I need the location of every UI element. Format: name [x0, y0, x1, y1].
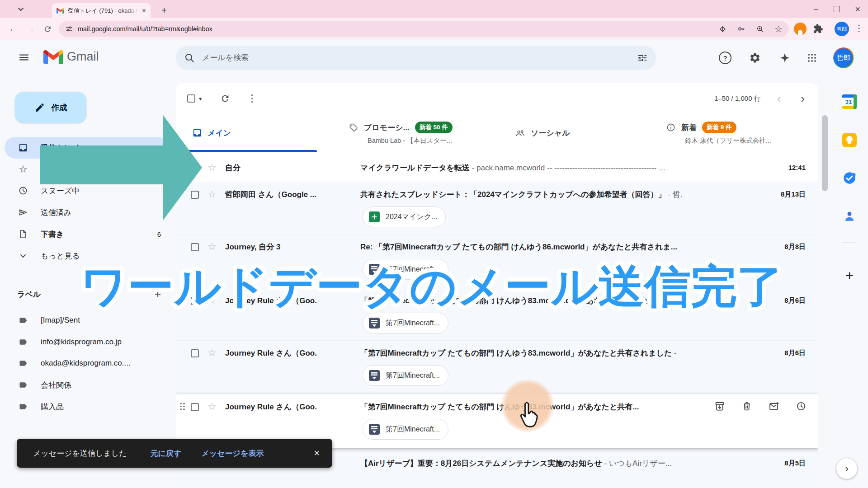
extension-avatar-icon[interactable]	[794, 23, 807, 35]
attachment-chip[interactable]: 第7回Minecraft...	[363, 259, 448, 280]
calendar-icon[interactable]: 31	[841, 94, 858, 110]
row-checkbox[interactable]	[191, 349, 199, 357]
row-checkbox[interactable]	[191, 164, 199, 172]
search-input[interactable]	[201, 53, 637, 63]
tab-social[interactable]: ソーシャル	[500, 114, 653, 152]
extensions-puzzle-icon[interactable]	[813, 23, 823, 34]
compose-button[interactable]: 作成	[15, 92, 86, 123]
add-label-plus-icon[interactable]: +	[155, 288, 161, 300]
browser-profile-avatar[interactable]: 哲郎	[835, 22, 849, 36]
attachment-chip[interactable]: 第7回Minecraft...	[363, 419, 448, 440]
select-all-checkbox[interactable]	[187, 94, 195, 103]
attachment-chip[interactable]: 第7回Minecraft...	[363, 313, 448, 333]
new-tab-button[interactable]: +	[157, 4, 171, 17]
email-row[interactable]: ☆ 自分 マイクラワールドデータを転送 - pack.name.mcworld …	[176, 155, 818, 182]
row-sender: 哲郎岡田 さん（Google ...	[225, 189, 357, 200]
refresh-icon[interactable]	[220, 94, 230, 103]
sidebar-item-more[interactable]: もっと見る	[5, 245, 168, 267]
tab-search-chevron[interactable]	[16, 5, 25, 14]
reading-mode-icon[interactable]	[718, 25, 727, 33]
row-subject: Re: 「第7回Minecraftカップ たてもの部門 けんゆう86.mcwor…	[360, 242, 746, 252]
sidebar-item-sent[interactable]: 送信済み	[5, 202, 168, 223]
select-caret-icon[interactable]: ▾	[199, 95, 202, 102]
address-bar-actions: ☆	[718, 24, 783, 33]
address-bar[interactable]: mail.google.com/mail/u/0/?tab=rm&ogbl#in…	[59, 21, 789, 37]
sidebar-label-info[interactable]: info@kidsprogram.co.jp	[5, 331, 168, 353]
older-page-chevron-icon[interactable]: ›	[801, 93, 805, 104]
row-star-icon[interactable]: ☆	[208, 347, 217, 359]
world-file-icon	[368, 263, 381, 276]
window-close-button[interactable]: ×	[847, 2, 868, 16]
gmail-profile-avatar[interactable]: 哲郎	[833, 47, 854, 68]
row-checkbox[interactable]	[191, 297, 199, 305]
tab-primary[interactable]: メイン	[176, 114, 324, 152]
sidebar-label-imap-sent[interactable]: [Imap]/Sent	[5, 310, 168, 331]
sidebar-item-inbox[interactable]: 受信トレイ	[5, 137, 168, 159]
attachment-chip[interactable]: 2024マインク...	[363, 206, 446, 227]
row-star-icon[interactable]: ☆	[208, 188, 217, 200]
archive-icon[interactable]	[714, 401, 725, 412]
gmail-logo[interactable]: Gmail	[43, 49, 99, 64]
snooze-clock-icon[interactable]	[796, 401, 807, 412]
undo-button[interactable]: 元に戻す	[151, 448, 182, 459]
attachment-chip[interactable]: 第7回Minecraft...	[363, 365, 448, 386]
show-side-panel-chevron-icon[interactable]: ›	[836, 458, 857, 479]
delete-trash-icon[interactable]	[741, 401, 752, 412]
row-star-icon[interactable]: ☆	[208, 401, 217, 413]
keep-icon[interactable]	[841, 132, 858, 148]
sidebar-label-purchases[interactable]: 購入品	[5, 396, 168, 418]
contacts-icon[interactable]	[841, 208, 858, 224]
world-file-icon	[368, 422, 381, 436]
view-message-button[interactable]: メッセージを表示	[201, 448, 264, 459]
row-checkbox[interactable]	[191, 191, 199, 199]
sidebar-label-okada[interactable]: okada@kidsprogram.co....	[5, 352, 168, 374]
tab-close-icon[interactable]: ×	[142, 7, 146, 15]
row-checkbox[interactable]	[191, 403, 199, 411]
search-icon[interactable]	[184, 52, 195, 63]
more-options-icon[interactable]: ⋮	[247, 93, 257, 104]
mark-unread-envelope-icon[interactable]	[769, 401, 779, 412]
snackbar-close-icon[interactable]: ×	[314, 447, 320, 459]
site-info-icon[interactable]	[65, 25, 73, 33]
search-bar[interactable]	[176, 46, 656, 70]
tab-updates[interactable]: 新着 新着 9 件 鈴木 康代（フリー株式会社...	[653, 114, 818, 152]
world-file-icon	[368, 316, 381, 330]
newer-page-chevron-icon[interactable]: ‹	[777, 93, 781, 104]
password-key-icon[interactable]	[737, 24, 746, 33]
sidebar-item-starred[interactable]: ☆ スター付き	[5, 159, 168, 180]
sidebar-item-snoozed[interactable]: スヌーズ中	[5, 180, 168, 202]
row-subject: 【Airリザーブ】重要：8月26日システムメンテナンス実施のお知らせ - いつも…	[360, 458, 746, 469]
help-icon[interactable]: ?	[714, 47, 736, 69]
window-minimize-button[interactable]: –	[806, 2, 826, 16]
get-addons-plus-icon[interactable]: +	[841, 267, 858, 284]
tasks-icon[interactable]	[841, 170, 858, 186]
main-menu-hamburger-icon[interactable]	[18, 52, 30, 63]
drag-handle[interactable]	[180, 403, 185, 410]
reload-button[interactable]	[40, 21, 55, 37]
row-star-icon[interactable]: ☆	[208, 295, 217, 306]
row-checkbox[interactable]	[191, 243, 199, 251]
sidebar-item-drafts[interactable]: 下書き 6	[5, 223, 168, 245]
settings-gear-icon[interactable]	[744, 47, 766, 69]
tab-promotions[interactable]: プロモーシ... 新着 50 件 Bambu Lab - 【本日スター...	[324, 114, 500, 152]
browser-tab[interactable]: 受信トレイ (791) - okada.kidspro ×	[52, 3, 151, 18]
url-text[interactable]: mail.google.com/mail/u/0/?tab=rm&ogbl#in…	[78, 25, 718, 33]
back-button[interactable]: ←	[5, 21, 21, 37]
google-apps-grid-icon[interactable]	[801, 47, 823, 69]
email-row[interactable]: ☆ Journey Rule さん（Goo. 「第7回Minecraftカップ …	[176, 340, 818, 394]
window-maximize-button[interactable]	[826, 2, 847, 16]
row-star-icon[interactable]: ☆	[208, 162, 217, 174]
gemini-sparkle-icon[interactable]	[774, 47, 796, 69]
scrollbar-thumb[interactable]	[822, 115, 828, 191]
email-row[interactable]: ☆ Journey, 自分 3 Re: 「第7回Minecraftカップ たても…	[176, 234, 818, 288]
forward-button[interactable]: →	[23, 21, 38, 37]
email-row[interactable]: ☆ 哲郎岡田 さん（Google ... 共有されたスプレッドシート：「2024…	[176, 182, 818, 234]
email-row[interactable]: ☆ Journey Rule さん（Goo. 「第7回Minecraftカップ …	[176, 288, 818, 340]
browser-menu-icon[interactable]: ⋮	[854, 23, 863, 33]
sidebar-label-company[interactable]: 会社関係	[5, 374, 168, 396]
zoom-icon[interactable]	[756, 25, 764, 33]
search-filter-tune-icon[interactable]	[637, 52, 648, 63]
row-star-icon[interactable]: ☆	[208, 241, 217, 253]
primary-tab-icon	[192, 128, 202, 138]
bookmark-star-icon[interactable]: ☆	[774, 24, 783, 33]
